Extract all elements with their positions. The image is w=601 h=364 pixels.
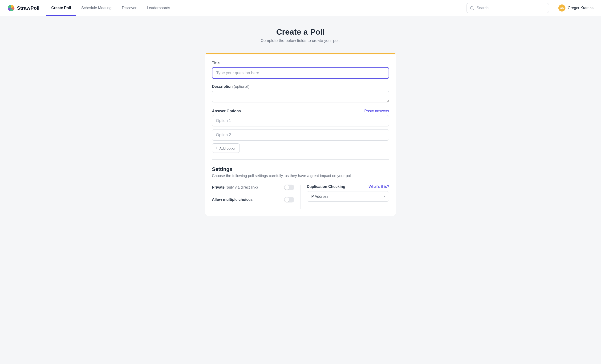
- title-label: Title: [212, 61, 389, 65]
- settings-left-col: Private (only via direct link) Allow mul…: [212, 185, 301, 209]
- nav-discover[interactable]: Discover: [117, 0, 141, 16]
- svg-point-1: [470, 6, 473, 9]
- search-box[interactable]: [467, 3, 549, 13]
- nav-create-poll[interactable]: Create Poll: [46, 0, 76, 16]
- description-label: Description (optional): [212, 85, 389, 89]
- dup-select-wrap: IP Address: [307, 191, 389, 202]
- nav-leaderboards[interactable]: Leaderboards: [142, 0, 175, 16]
- answers-label: Answer Options: [212, 109, 241, 113]
- page-title: Create a Poll: [0, 27, 601, 37]
- setting-private: Private (only via direct link): [212, 185, 294, 190]
- page-subtitle: Complete the below fields to create your…: [0, 38, 601, 43]
- plus-icon: +: [215, 146, 218, 150]
- main-nav: Create Poll Schedule Meeting Discover Le…: [46, 0, 175, 16]
- search-icon: [470, 6, 474, 10]
- settings-heading: Settings: [212, 166, 389, 172]
- settings-grid: Private (only via direct link) Allow mul…: [212, 185, 389, 209]
- multiple-toggle[interactable]: [284, 197, 294, 203]
- description-optional: (optional): [234, 85, 249, 89]
- logo-pie-icon: [8, 4, 15, 11]
- add-option-label: Add option: [220, 146, 236, 150]
- svg-line-2: [473, 9, 474, 10]
- private-hint: (only via direct link): [226, 185, 258, 189]
- private-label: Private: [212, 185, 224, 189]
- paste-answers-link[interactable]: Paste answers: [364, 109, 389, 113]
- nav-schedule-meeting[interactable]: Schedule Meeting: [76, 0, 117, 16]
- private-toggle[interactable]: [284, 185, 294, 190]
- settings-subheading: Choose the following poll settings caref…: [212, 174, 389, 178]
- add-option-button[interactable]: + Add option: [212, 143, 240, 153]
- divider: [212, 159, 389, 160]
- settings-right-col: Duplication Checking What's this? IP Add…: [301, 185, 389, 209]
- poll-title-input[interactable]: [212, 67, 389, 79]
- user-menu[interactable]: GK Gregor Krambs: [558, 4, 593, 11]
- dup-select[interactable]: IP Address: [307, 191, 389, 202]
- option-2-input[interactable]: [212, 129, 389, 141]
- header: StrawPoll Create Poll Schedule Meeting D…: [0, 0, 601, 16]
- setting-multiple: Allow multiple choices: [212, 197, 294, 203]
- whats-this-link[interactable]: What's this?: [369, 185, 389, 189]
- poll-form-card: Title Description (optional) Answer Opti…: [205, 53, 396, 216]
- search-input[interactable]: [477, 6, 546, 10]
- logo[interactable]: StrawPoll: [8, 4, 40, 11]
- multiple-label: Allow multiple choices: [212, 197, 252, 202]
- description-label-text: Description: [212, 85, 233, 89]
- poll-description-input[interactable]: [212, 91, 389, 102]
- user-name: Gregor Krambs: [568, 6, 593, 10]
- avatar: GK: [558, 4, 565, 11]
- main-content: Create a Poll Complete the below fields …: [0, 16, 601, 230]
- logo-text: StrawPoll: [17, 5, 40, 11]
- option-1-input[interactable]: [212, 115, 389, 127]
- dup-label: Duplication Checking: [307, 185, 345, 189]
